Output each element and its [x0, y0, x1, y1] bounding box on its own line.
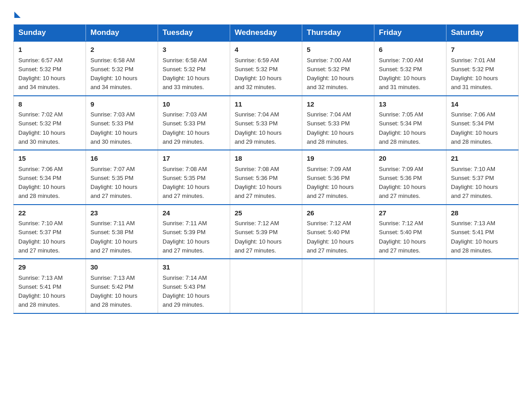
day-info: Sunrise: 7:07 AMSunset: 5:35 PMDaylight:…: [90, 166, 137, 200]
calendar-cell: 9 Sunrise: 7:03 AMSunset: 5:33 PMDayligh…: [86, 96, 158, 150]
day-info: Sunrise: 7:13 AMSunset: 5:41 PMDaylight:…: [18, 274, 65, 308]
day-number: 1: [18, 45, 81, 55]
calendar-cell: 24 Sunrise: 7:11 AMSunset: 5:39 PMDaylig…: [158, 205, 230, 259]
day-number: 2: [90, 45, 153, 55]
calendar-cell: 30 Sunrise: 7:13 AMSunset: 5:42 PMDaylig…: [86, 259, 158, 313]
calendar-cell: 14 Sunrise: 7:06 AMSunset: 5:34 PMDaylig…: [446, 96, 519, 150]
calendar-week-row: 22 Sunrise: 7:10 AMSunset: 5:37 PMDaylig…: [14, 205, 519, 259]
day-info: Sunrise: 7:12 AMSunset: 5:40 PMDaylight:…: [379, 220, 426, 254]
day-info: Sunrise: 7:00 AMSunset: 5:32 PMDaylight:…: [307, 57, 354, 91]
day-number: 18: [235, 154, 297, 164]
calendar-cell: 5 Sunrise: 7:00 AMSunset: 5:32 PMDayligh…: [302, 41, 374, 96]
calendar-header-friday: Friday: [374, 25, 446, 42]
calendar-cell: 25 Sunrise: 7:12 AMSunset: 5:39 PMDaylig…: [230, 205, 302, 259]
calendar-cell: 23 Sunrise: 7:11 AMSunset: 5:38 PMDaylig…: [86, 205, 158, 259]
day-number: 10: [163, 99, 225, 110]
day-number: 4: [235, 45, 297, 55]
day-info: Sunrise: 6:58 AMSunset: 5:32 PMDaylight:…: [163, 57, 210, 91]
calendar-week-row: 29 Sunrise: 7:13 AMSunset: 5:41 PMDaylig…: [14, 259, 519, 313]
day-info: Sunrise: 7:01 AMSunset: 5:32 PMDaylight:…: [451, 57, 498, 91]
day-info: Sunrise: 6:59 AMSunset: 5:32 PMDaylight:…: [235, 57, 282, 91]
day-info: Sunrise: 7:08 AMSunset: 5:35 PMDaylight:…: [163, 166, 210, 200]
day-info: Sunrise: 7:05 AMSunset: 5:34 PMDaylight:…: [379, 111, 426, 145]
day-number: 11: [235, 99, 297, 110]
day-number: 7: [451, 45, 514, 55]
day-number: 21: [451, 154, 514, 164]
day-number: 19: [307, 154, 369, 164]
day-info: Sunrise: 7:03 AMSunset: 5:33 PMDaylight:…: [90, 111, 137, 145]
day-info: Sunrise: 7:04 AMSunset: 5:33 PMDaylight:…: [307, 111, 354, 145]
day-info: Sunrise: 7:10 AMSunset: 5:37 PMDaylight:…: [451, 166, 498, 200]
calendar-cell: 31 Sunrise: 7:14 AMSunset: 5:43 PMDaylig…: [158, 259, 230, 313]
calendar-cell: [446, 259, 519, 313]
day-number: 6: [379, 45, 442, 55]
day-info: Sunrise: 7:03 AMSunset: 5:33 PMDaylight:…: [163, 111, 210, 145]
day-number: 8: [18, 99, 81, 110]
day-number: 28: [451, 208, 514, 218]
calendar-cell: 16 Sunrise: 7:07 AMSunset: 5:35 PMDaylig…: [86, 150, 158, 205]
logo-arrow-icon: [14, 12, 21, 18]
day-info: Sunrise: 7:06 AMSunset: 5:34 PMDaylight:…: [18, 166, 65, 200]
day-info: Sunrise: 7:10 AMSunset: 5:37 PMDaylight:…: [18, 220, 65, 254]
day-info: Sunrise: 7:09 AMSunset: 5:36 PMDaylight:…: [379, 166, 426, 200]
calendar-cell: 6 Sunrise: 7:00 AMSunset: 5:32 PMDayligh…: [374, 41, 446, 96]
day-info: Sunrise: 7:06 AMSunset: 5:34 PMDaylight:…: [451, 111, 498, 145]
day-number: 23: [90, 208, 153, 218]
day-number: 29: [18, 262, 81, 273]
calendar-cell: 4 Sunrise: 6:59 AMSunset: 5:32 PMDayligh…: [230, 41, 302, 96]
calendar-header-tuesday: Tuesday: [158, 25, 230, 42]
calendar-cell: [230, 259, 302, 313]
calendar-cell: 3 Sunrise: 6:58 AMSunset: 5:32 PMDayligh…: [158, 41, 230, 96]
calendar-header-row: SundayMondayTuesdayWednesdayThursdayFrid…: [14, 25, 519, 42]
calendar-header-monday: Monday: [86, 25, 158, 42]
day-number: 30: [90, 262, 153, 273]
day-info: Sunrise: 7:00 AMSunset: 5:32 PMDaylight:…: [379, 57, 426, 91]
day-number: 20: [379, 154, 442, 164]
calendar-cell: 18 Sunrise: 7:08 AMSunset: 5:36 PMDaylig…: [230, 150, 302, 205]
day-info: Sunrise: 7:13 AMSunset: 5:42 PMDaylight:…: [90, 274, 137, 308]
day-number: 22: [18, 208, 81, 218]
calendar-week-row: 8 Sunrise: 7:02 AMSunset: 5:32 PMDayligh…: [14, 96, 519, 150]
calendar-cell: 11 Sunrise: 7:04 AMSunset: 5:33 PMDaylig…: [230, 96, 302, 150]
calendar-cell: 12 Sunrise: 7:04 AMSunset: 5:33 PMDaylig…: [302, 96, 374, 150]
calendar-header-wednesday: Wednesday: [230, 25, 302, 42]
day-info: Sunrise: 6:57 AMSunset: 5:32 PMDaylight:…: [18, 57, 65, 91]
calendar-cell: 27 Sunrise: 7:12 AMSunset: 5:40 PMDaylig…: [374, 205, 446, 259]
day-number: 31: [163, 262, 225, 273]
calendar-cell: 22 Sunrise: 7:10 AMSunset: 5:37 PMDaylig…: [14, 205, 86, 259]
calendar-header-sunday: Sunday: [14, 25, 86, 42]
day-number: 25: [235, 208, 297, 218]
day-info: Sunrise: 7:14 AMSunset: 5:43 PMDaylight:…: [163, 274, 210, 308]
day-info: Sunrise: 6:58 AMSunset: 5:32 PMDaylight:…: [90, 57, 137, 91]
day-number: 17: [163, 154, 225, 164]
day-info: Sunrise: 7:02 AMSunset: 5:32 PMDaylight:…: [18, 111, 65, 145]
calendar-cell: 21 Sunrise: 7:10 AMSunset: 5:37 PMDaylig…: [446, 150, 519, 205]
day-number: 12: [307, 99, 369, 110]
calendar-cell: 13 Sunrise: 7:05 AMSunset: 5:34 PMDaylig…: [374, 96, 446, 150]
day-info: Sunrise: 7:11 AMSunset: 5:38 PMDaylight:…: [90, 220, 137, 254]
day-number: 14: [451, 99, 514, 110]
calendar-cell: 15 Sunrise: 7:06 AMSunset: 5:34 PMDaylig…: [14, 150, 86, 205]
calendar-cell: 2 Sunrise: 6:58 AMSunset: 5:32 PMDayligh…: [86, 41, 158, 96]
calendar-cell: 7 Sunrise: 7:01 AMSunset: 5:32 PMDayligh…: [446, 41, 519, 96]
day-number: 13: [379, 99, 442, 110]
calendar-cell: [374, 259, 446, 313]
day-number: 26: [307, 208, 369, 218]
day-info: Sunrise: 7:12 AMSunset: 5:40 PMDaylight:…: [307, 220, 354, 254]
calendar-cell: 29 Sunrise: 7:13 AMSunset: 5:41 PMDaylig…: [14, 259, 86, 313]
calendar-week-row: 1 Sunrise: 6:57 AMSunset: 5:32 PMDayligh…: [14, 41, 519, 96]
calendar-cell: 1 Sunrise: 6:57 AMSunset: 5:32 PMDayligh…: [14, 41, 86, 96]
logo: [13, 9, 21, 16]
calendar-cell: 26 Sunrise: 7:12 AMSunset: 5:40 PMDaylig…: [302, 205, 374, 259]
page-header: [13, 9, 519, 16]
day-number: 24: [163, 208, 225, 218]
calendar-cell: 19 Sunrise: 7:09 AMSunset: 5:36 PMDaylig…: [302, 150, 374, 205]
day-info: Sunrise: 7:04 AMSunset: 5:33 PMDaylight:…: [235, 111, 282, 145]
calendar-header-saturday: Saturday: [446, 25, 519, 42]
day-number: 15: [18, 154, 81, 164]
calendar-week-row: 15 Sunrise: 7:06 AMSunset: 5:34 PMDaylig…: [14, 150, 519, 205]
day-info: Sunrise: 7:09 AMSunset: 5:36 PMDaylight:…: [307, 166, 354, 200]
day-number: 5: [307, 45, 369, 55]
calendar-cell: 8 Sunrise: 7:02 AMSunset: 5:32 PMDayligh…: [14, 96, 86, 150]
day-number: 27: [379, 208, 442, 218]
